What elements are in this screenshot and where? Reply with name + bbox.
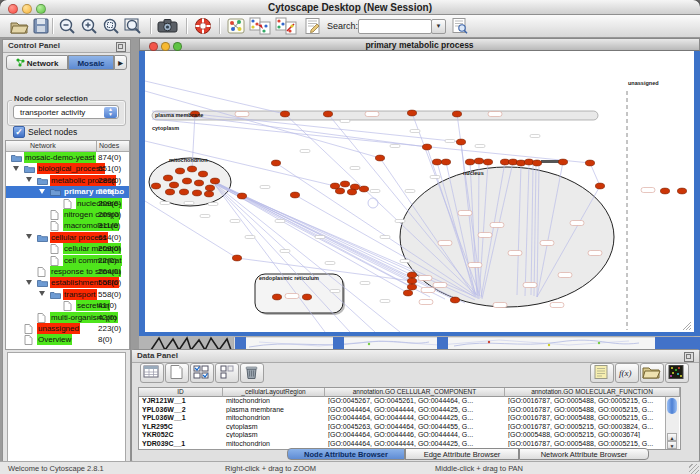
table-row-YLR295C[interactable]: YLR295Ccytoplasm[GO:0045263, GO:0044464,… [139,423,679,432]
network-node[interactable] [335,188,344,194]
network-node[interactable] [474,158,483,164]
search-input[interactable] [358,19,432,34]
edge[interactable] [145,81,285,114]
network-node[interactable] [660,188,669,194]
tree-col-nodes[interactable]: Nodes [99,142,119,149]
snapshot-camera-icon[interactable] [157,17,177,35]
network-node[interactable] [595,183,604,189]
network-node[interactable] [232,255,241,261]
zoom-view-icon[interactable] [173,42,182,51]
network-node[interactable] [198,171,207,177]
zoom-in-icon[interactable] [79,17,99,35]
attribute-table-icon[interactable] [140,363,164,383]
network-node[interactable] [452,111,461,117]
help-lifesaver-icon[interactable] [193,17,213,35]
tree-row-cell-communicat[interactable]: cell communicat22(0) [6,255,129,266]
column-header-1[interactable]: _cellularLayoutRegion [223,388,325,397]
tree-row-biological-process[interactable]: biological_process651(0) [6,163,129,174]
scroll-down-icon[interactable]: ▼ [667,441,677,449]
table-row-YPL036W__2[interactable]: YPL036W__2plasma membrane[GO:0044464, GO… [139,406,679,415]
edge[interactable] [590,163,600,186]
network-node[interactable] [359,186,368,192]
tree-row-secretion[interactable]: secretion41(0) [6,300,129,311]
tree-row-cellular-metabol[interactable]: cellular metabol209(0) [6,243,129,254]
network-node[interactable] [450,297,459,303]
tree-row-establishment-of-lo[interactable]: establishment of lo558(0) [6,277,129,288]
tree-row-transport[interactable]: transport558(0) [6,289,129,300]
tree-col-network[interactable]: Network [30,142,56,149]
unselect-attributes-icon[interactable] [215,363,239,383]
network-node[interactable] [465,159,474,165]
copy-network-icon[interactable] [249,17,269,35]
tab-mosaic[interactable]: Mosaic [68,55,114,70]
tree-row-cellular-process[interactable]: cellular process614(0) [6,232,129,243]
network-node[interactable] [271,160,280,166]
network-node[interactable] [302,294,311,300]
tree-row-response-to-stimulu[interactable]: response to stimulu264(0) [6,266,129,277]
network-canvas[interactable]: plasma membranecytoplasmmitochondrionnuc… [145,51,694,332]
table-row-YJR121W__1[interactable]: YJR121W__1mitochondrion[GO:0045267, GO:0… [139,397,679,406]
network-node[interactable] [456,139,465,145]
annotation-icon[interactable] [303,17,323,35]
table-scrollbar[interactable]: ▲ ▼ [665,397,679,449]
network-node[interactable] [585,160,594,166]
column-header-3[interactable]: annotation.GO MOLECULAR_FUNCTION [505,388,680,397]
expander-icon[interactable] [39,291,45,296]
canvas-resize-grip[interactable] [683,322,691,330]
network-node[interactable] [441,159,450,165]
expander-icon[interactable] [26,280,32,285]
select-attributes-icon[interactable] [190,363,214,383]
tree-row-nucleobase-[interactable]: nucleobase-209(0) [6,198,129,209]
edge[interactable] [152,119,590,163]
network-node[interactable] [165,189,174,195]
node-color-dropdown[interactable]: transporter activity ▲▼ [13,105,119,119]
network-node[interactable] [194,180,203,186]
network-node[interactable] [677,188,686,194]
tree-row-overview[interactable]: Overview8(0) [6,334,129,345]
save-icon[interactable] [31,17,51,35]
window-titlebar[interactable]: Cytoscape Desktop (New Session) [0,0,700,15]
scroll-up-icon[interactable]: ▲ [667,433,677,441]
network-node[interactable] [237,193,246,199]
expander-icon[interactable] [26,234,32,239]
network-node[interactable] [179,189,188,195]
edge[interactable] [145,91,380,158]
float-panel-icon[interactable] [116,42,126,52]
network-node[interactable] [272,294,281,300]
select-nodes-checkbox[interactable]: ✓ [13,126,25,138]
network-node[interactable] [169,182,178,188]
tree-row-label[interactable]: Overview [37,334,72,345]
network-node[interactable] [323,111,332,117]
float-panel-icon[interactable] [684,352,694,362]
column-header-2[interactable]: annotation.GO CELLULAR_COMPONENT [325,388,505,397]
import-attributes-icon[interactable] [640,363,664,383]
tree-row-multi-organism-pro[interactable]: multi-organism pro42(0) [6,312,129,323]
network-node[interactable] [340,181,349,187]
network-node[interactable] [205,185,214,191]
tab-network[interactable]: Network [6,55,68,70]
column-header-0[interactable]: ID [139,388,223,397]
edge[interactable] [145,201,237,258]
network-node[interactable] [407,272,416,278]
network-window-titlebar[interactable]: primary metabolic process [139,38,700,51]
tab-overflow-arrow-icon[interactable]: ▶ [114,55,127,70]
network-node[interactable] [204,191,213,197]
network-node[interactable] [210,178,219,184]
expander-icon[interactable] [39,189,45,194]
zoom-fit-icon[interactable] [123,17,143,35]
tree-row-label[interactable]: mosaic-demo-yeast [24,152,96,163]
network-node[interactable] [407,110,416,116]
tree-row-mosaic-demo-yeast[interactable]: mosaic-demo-yeast874(0) [6,152,129,163]
new-attribute-icon[interactable] [165,363,189,383]
tree-row-macromolecule[interactable]: macromolecule311(0) [6,220,129,231]
tree-row-nitrogen-compo[interactable]: nitrogen compo209(0) [6,209,129,220]
network-node[interactable] [524,159,533,165]
tree-row-primary-metabo[interactable]: primary metabo209(... [6,186,129,197]
tree-row-label[interactable]: biological_process [37,163,105,174]
network-tree-header[interactable]: Network Nodes [6,141,129,152]
tab-network-attribute-browser[interactable]: Network Attribute Browser [519,448,649,460]
network-node[interactable] [347,189,356,195]
table-row-YDR039C__1[interactable]: YDR039C__1mitochondrion[GO:0044464, GO:0… [139,440,679,449]
network-node[interactable] [508,159,517,165]
network-node[interactable] [432,159,441,165]
